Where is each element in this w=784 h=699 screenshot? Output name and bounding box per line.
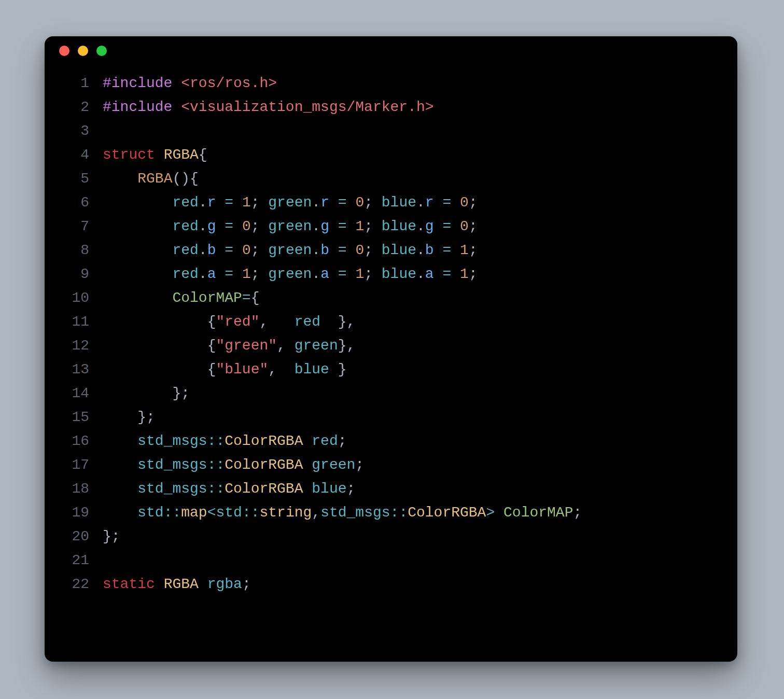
- code-editor[interactable]: 1#include <ros/ros.h>2#include <visualiz…: [45, 68, 737, 662]
- code-content[interactable]: struct RGBA{: [103, 143, 207, 167]
- code-token: 1: [242, 194, 251, 211]
- code-content[interactable]: red.r = 1; green.r = 0; blue.r = 0;: [103, 191, 478, 215]
- zoom-icon[interactable]: [96, 46, 107, 56]
- code-line[interactable]: 4struct RGBA{: [52, 143, 737, 167]
- code-token: blue: [382, 218, 416, 234]
- code-token: [303, 481, 312, 497]
- code-token: };: [103, 528, 120, 544]
- code-line[interactable]: 20};: [52, 525, 737, 549]
- code-token: {: [103, 361, 216, 378]
- code-token: ;: [469, 218, 478, 234]
- code-line[interactable]: 11 {"red", red },: [52, 310, 737, 334]
- code-token: r: [320, 194, 329, 211]
- code-line[interactable]: 10 ColorMAP={: [52, 286, 737, 310]
- code-token: [495, 505, 503, 521]
- code-token: b: [207, 242, 216, 258]
- code-token: std_msgs: [320, 505, 390, 521]
- line-number: 10: [52, 286, 103, 310]
- code-token: ;: [364, 194, 382, 211]
- code-token: red: [312, 433, 338, 449]
- code-line[interactable]: 18 std_msgs::ColorRGBA blue;: [52, 477, 737, 501]
- code-token: .: [312, 266, 320, 282]
- code-token: g: [425, 218, 434, 234]
- code-content[interactable]: std_msgs::ColorRGBA red;: [103, 429, 347, 453]
- code-token: ::: [242, 505, 260, 521]
- code-content[interactable]: };: [103, 406, 155, 429]
- code-line[interactable]: 6 red.r = 1; green.r = 0; blue.r = 0;: [52, 191, 737, 215]
- code-content[interactable]: red.b = 0; green.b = 0; blue.b = 1;: [103, 239, 478, 262]
- code-token: "red": [216, 314, 259, 330]
- code-content[interactable]: {"green", green},: [103, 334, 355, 358]
- code-token: <ros/ros.h>: [181, 75, 277, 91]
- code-token: std: [137, 505, 163, 521]
- code-token: [103, 266, 172, 282]
- code-token: r: [207, 194, 216, 211]
- minimize-icon[interactable]: [78, 46, 88, 56]
- code-content[interactable]: static RGBA rgba;: [103, 572, 251, 596]
- code-line[interactable]: 17 std_msgs::ColorRGBA green;: [52, 453, 737, 477]
- code-token: .: [199, 242, 207, 258]
- code-token: .: [199, 194, 207, 211]
- code-token: blue: [382, 194, 416, 211]
- code-line[interactable]: 19 std::map<std::string,std_msgs::ColorR…: [52, 501, 737, 525]
- code-content[interactable]: };: [103, 525, 120, 549]
- code-token: };: [103, 385, 190, 401]
- code-line[interactable]: 14 };: [52, 382, 737, 406]
- code-token: green: [268, 218, 312, 234]
- code-content[interactable]: std_msgs::ColorRGBA blue;: [103, 477, 355, 501]
- line-number: 12: [52, 334, 103, 358]
- code-content[interactable]: std_msgs::ColorRGBA green;: [103, 453, 364, 477]
- close-icon[interactable]: [59, 46, 69, 56]
- code-content[interactable]: red.a = 1; green.a = 1; blue.a = 1;: [103, 262, 478, 286]
- code-token: [103, 171, 137, 187]
- code-token: ;: [364, 242, 382, 258]
- code-token: b: [320, 242, 329, 258]
- code-token: a: [425, 266, 434, 282]
- code-line[interactable]: 3: [52, 119, 737, 143]
- code-token: 0: [355, 242, 364, 258]
- code-content[interactable]: red.g = 0; green.g = 1; blue.g = 0;: [103, 215, 478, 239]
- code-content[interactable]: {"red", red },: [103, 310, 355, 334]
- code-token: ColorRGBA: [408, 505, 486, 521]
- code-token: map: [181, 505, 207, 521]
- code-token: green: [312, 457, 355, 473]
- code-content[interactable]: #include <visualization_msgs/Marker.h>: [103, 95, 434, 119]
- code-token: red: [295, 314, 320, 330]
- code-line[interactable]: 12 {"green", green},: [52, 334, 737, 358]
- line-number: 5: [52, 167, 103, 191]
- code-content[interactable]: {"blue", blue }: [103, 358, 347, 382]
- code-content[interactable]: RGBA(){: [103, 167, 199, 191]
- code-content[interactable]: #include <ros/ros.h>: [103, 72, 277, 95]
- code-line[interactable]: 1#include <ros/ros.h>: [52, 72, 737, 95]
- code-token: },: [338, 338, 356, 354]
- code-token: [103, 218, 172, 234]
- code-token: <: [207, 505, 216, 521]
- code-token: =: [216, 218, 242, 234]
- code-line[interactable]: 9 red.a = 1; green.a = 1; blue.a = 1;: [52, 262, 737, 286]
- code-token: ;: [251, 218, 269, 234]
- line-number: 18: [52, 477, 103, 501]
- code-content[interactable]: ColorMAP={: [103, 286, 259, 310]
- code-token: ::: [390, 505, 408, 521]
- code-line[interactable]: 15 };: [52, 406, 737, 429]
- code-token: [103, 290, 172, 306]
- code-token: =: [216, 242, 242, 258]
- code-line[interactable]: 2#include <visualization_msgs/Marker.h>: [52, 95, 737, 119]
- code-token: ;: [573, 505, 582, 521]
- code-token: struct: [103, 147, 164, 163]
- code-line[interactable]: 7 red.g = 0; green.g = 1; blue.g = 0;: [52, 215, 737, 239]
- code-line[interactable]: 13 {"blue", blue }: [52, 358, 737, 382]
- code-content[interactable]: };: [103, 382, 190, 406]
- code-line[interactable]: 16 std_msgs::ColorRGBA red;: [52, 429, 737, 453]
- code-token: std_msgs: [137, 457, 207, 473]
- code-content[interactable]: std::map<std::string,std_msgs::ColorRGBA…: [103, 501, 582, 525]
- code-token: "blue": [216, 361, 268, 378]
- line-number: 19: [52, 501, 103, 525]
- code-line[interactable]: 22static RGBA rgba;: [52, 572, 737, 596]
- code-line[interactable]: 21: [52, 549, 737, 572]
- code-token: [199, 576, 207, 592]
- code-token: red: [172, 242, 198, 258]
- code-token: =: [216, 266, 242, 282]
- code-line[interactable]: 8 red.b = 0; green.b = 0; blue.b = 1;: [52, 239, 737, 262]
- code-line[interactable]: 5 RGBA(){: [52, 167, 737, 191]
